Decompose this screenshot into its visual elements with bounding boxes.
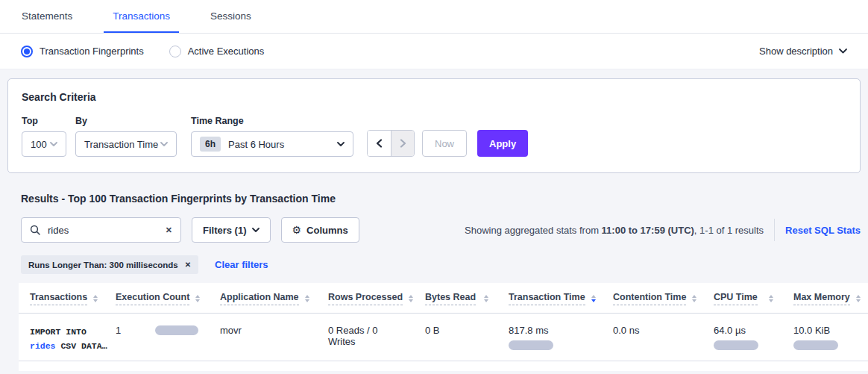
sort-icon[interactable] <box>195 295 200 302</box>
radio-transaction-fingerprints[interactable]: Transaction Fingerprints <box>21 46 144 57</box>
columns-button-label: Columns <box>306 225 348 236</box>
table-header-row: Transactions Execution Count Application… <box>19 283 868 314</box>
time-prev-button[interactable] <box>368 131 391 156</box>
chevron-down-icon <box>337 142 345 147</box>
table-row[interactable]: IMPORT INTO rides CSV DATA… 1 movr 0 Rea… <box>19 314 868 361</box>
time-range-badge: 6h <box>200 137 221 152</box>
by-select[interactable]: Transaction Time <box>75 131 177 157</box>
cell-transaction-time: 817.8 ms <box>497 314 602 361</box>
results-search-box: ✕ <box>21 217 181 243</box>
clear-filters-link[interactable]: Clear filters <box>215 259 268 270</box>
radio-unselected-icon <box>169 46 181 57</box>
search-match-highlight: rides <box>30 341 56 351</box>
tab-statements[interactable]: Statements <box>13 0 81 33</box>
time-next-button[interactable] <box>391 131 414 156</box>
radio-label: Transaction Fingerprints <box>40 46 144 57</box>
col-header-transaction-time: Transaction Time <box>497 283 602 314</box>
col-header-bytes-read: Bytes Read <box>414 283 497 314</box>
col-header-contention-time: Contention Time <box>602 283 702 314</box>
col-header-execution-count: Execution Count <box>104 283 209 314</box>
columns-button[interactable]: ⚙ Columns <box>281 217 359 243</box>
max-memory-bar <box>793 340 838 350</box>
apply-button[interactable]: Apply <box>477 130 528 157</box>
by-select-value: Transaction Time <box>84 139 158 150</box>
time-range-stepper <box>367 130 415 157</box>
tab-transactions[interactable]: Transactions <box>104 0 179 33</box>
top-select[interactable]: 100 <box>22 131 66 157</box>
filter-chip-label: Runs Longer Than: 300 milliseconds <box>28 261 178 269</box>
divider <box>774 219 775 241</box>
tab-sessions[interactable]: Sessions <box>201 0 260 33</box>
radio-selected-icon <box>21 46 33 57</box>
execution-count-bar <box>155 325 198 335</box>
gear-icon: ⚙ <box>292 225 302 235</box>
radio-active-executions[interactable]: Active Executions <box>169 46 265 57</box>
reset-sql-stats-link[interactable]: Reset SQL Stats <box>785 225 861 236</box>
search-criteria-panel: Search Criteria Top 100 By Transaction T… <box>7 78 861 173</box>
sort-icon[interactable] <box>591 295 596 302</box>
filters-button-label: Filters (1) <box>203 225 247 236</box>
search-icon <box>30 225 40 235</box>
sort-icon[interactable] <box>769 295 773 302</box>
results-toolbar: ✕ Filters (1) ⚙ Columns Showing aggregat… <box>21 217 861 243</box>
page-tabs: Statements Transactions Sessions <box>0 0 868 34</box>
search-criteria-title: Search Criteria <box>22 91 846 103</box>
clear-search-icon[interactable]: ✕ <box>166 225 172 235</box>
sort-icon[interactable] <box>409 295 413 302</box>
filters-button[interactable]: Filters (1) <box>192 217 271 243</box>
sort-icon[interactable] <box>856 295 861 302</box>
cpu-time-bar <box>714 340 758 350</box>
aggregated-stats-text: Showing aggregated stats from 11:00 to 1… <box>465 225 764 236</box>
time-range-value: Past 6 Hours <box>228 139 284 150</box>
remove-filter-icon[interactable]: ✕ <box>185 261 191 269</box>
col-header-max-memory: Max Memory <box>782 283 868 314</box>
sort-icon[interactable] <box>692 295 696 302</box>
now-button[interactable]: Now <box>422 130 467 157</box>
cell-contention-time: 0.0 ns <box>602 314 702 361</box>
by-label: By <box>75 116 177 126</box>
time-range-select[interactable]: 6h Past 6 Hours <box>191 131 353 157</box>
time-range-label: Time Range <box>191 116 353 126</box>
col-header-rows-processed: Rows Processed <box>317 283 414 314</box>
results-table-card: Transactions Execution Count Application… <box>19 283 868 371</box>
chevron-down-icon <box>252 228 260 233</box>
view-toggle-bar: Transaction Fingerprints Active Executio… <box>0 34 868 69</box>
cell-bytes-read: 0 B <box>414 314 497 361</box>
cell-rows-processed: 0 Reads / 0 Writes <box>317 314 414 361</box>
stats-time-range: 11:00 to 17:59 (UTC) <box>602 225 694 236</box>
radio-label: Active Executions <box>188 46 265 57</box>
results-title: Results - Top 100 Transaction Fingerprin… <box>21 193 847 205</box>
sort-icon[interactable] <box>305 295 309 302</box>
transaction-time-bar <box>509 340 553 350</box>
chevron-down-icon <box>50 142 57 147</box>
chevron-down-icon <box>839 49 847 54</box>
col-header-application-name: Application Name <box>209 283 317 314</box>
filter-chip: Runs Longer Than: 300 milliseconds ✕ <box>21 255 198 274</box>
sort-icon[interactable] <box>484 295 488 302</box>
cell-execution-count: 1 <box>104 314 209 361</box>
cell-max-memory: 10.0 KiB <box>782 314 868 361</box>
cell-application-name: movr <box>209 314 317 361</box>
top-select-value: 100 <box>31 139 47 150</box>
top-label: Top <box>22 116 66 126</box>
transactions-table: Transactions Execution Count Application… <box>19 283 868 361</box>
results-search-input[interactable] <box>46 224 160 237</box>
chevron-down-icon <box>160 142 168 147</box>
sort-icon[interactable] <box>93 295 98 302</box>
active-filters-row: Runs Longer Than: 300 milliseconds ✕ Cle… <box>21 255 868 274</box>
show-description-toggle[interactable]: Show description <box>759 46 847 57</box>
col-header-cpu-time: CPU Time <box>702 283 782 314</box>
col-header-transactions: Transactions <box>19 283 104 314</box>
show-description-label: Show description <box>759 46 833 57</box>
cell-transaction-fingerprint[interactable]: IMPORT INTO rides CSV DATA… <box>19 314 104 361</box>
cell-cpu-time: 64.0 µs <box>702 314 782 361</box>
